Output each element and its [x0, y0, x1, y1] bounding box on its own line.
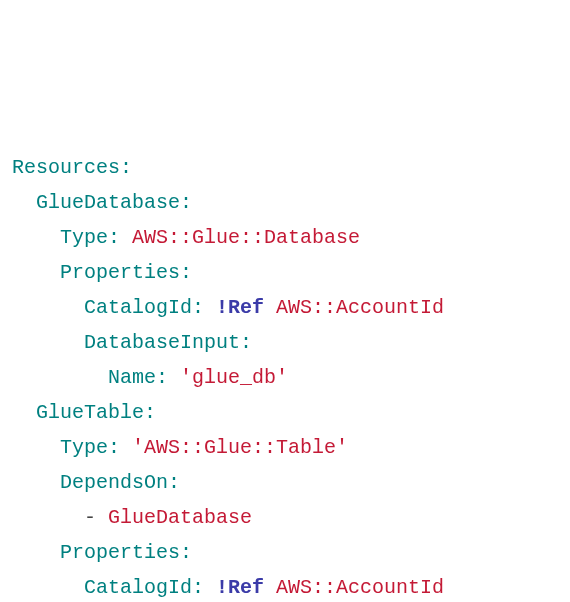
space: [264, 296, 276, 319]
yaml-value: AWS::Glue::Database: [132, 226, 360, 249]
code-line: DatabaseInput:: [12, 325, 558, 360]
indent: [12, 535, 60, 570]
yaml-value: AWS::AccountId: [276, 296, 444, 319]
code-block: Resources: GlueDatabase: Type: AWS::Glue…: [12, 150, 558, 602]
indent: [12, 360, 108, 395]
yaml-value: 'AWS::Glue::Table': [132, 436, 348, 459]
indent: [12, 395, 36, 430]
yaml-key: CatalogId: [84, 296, 192, 319]
yaml-colon: :: [156, 366, 180, 389]
yaml-key: Properties: [60, 541, 180, 564]
yaml-colon: :: [180, 191, 192, 214]
yaml-value: 'glue_db': [180, 366, 288, 389]
indent: [12, 220, 60, 255]
yaml-list-dash: -: [84, 506, 108, 529]
code-line: Properties:: [12, 535, 558, 570]
yaml-key: DatabaseInput: [84, 331, 240, 354]
space: [264, 576, 276, 599]
code-line: Type: AWS::Glue::Database: [12, 220, 558, 255]
code-line: GlueDatabase:: [12, 185, 558, 220]
yaml-value: AWS::AccountId: [276, 576, 444, 599]
yaml-key: Type: [60, 436, 108, 459]
yaml-ref-tag: !Ref: [216, 576, 264, 599]
indent: [12, 430, 60, 465]
indent: [12, 185, 36, 220]
code-line: CatalogId: !Ref AWS::AccountId: [12, 570, 558, 602]
yaml-colon: :: [120, 156, 132, 179]
yaml-key: GlueDatabase: [36, 191, 180, 214]
code-line: Resources:: [12, 150, 558, 185]
code-line: CatalogId: !Ref AWS::AccountId: [12, 290, 558, 325]
yaml-key: CatalogId: [84, 576, 192, 599]
code-line: DependsOn:: [12, 465, 558, 500]
yaml-key: GlueTable: [36, 401, 144, 424]
yaml-ref-tag: !Ref: [216, 296, 264, 319]
code-line: Name: 'glue_db': [12, 360, 558, 395]
yaml-key: Name: [108, 366, 156, 389]
code-line: GlueTable:: [12, 395, 558, 430]
yaml-colon: :: [168, 471, 180, 494]
yaml-colon: :: [192, 576, 216, 599]
yaml-colon: :: [180, 541, 192, 564]
yaml-colon: :: [192, 296, 216, 319]
code-line: Type: 'AWS::Glue::Table': [12, 430, 558, 465]
indent: [12, 255, 60, 290]
yaml-key: Properties: [60, 261, 180, 284]
yaml-colon: :: [240, 331, 252, 354]
yaml-colon: :: [108, 436, 132, 459]
indent: [12, 325, 84, 360]
yaml-key: Type: [60, 226, 108, 249]
code-line: - GlueDatabase: [12, 500, 558, 535]
indent: [12, 500, 84, 535]
indent: [12, 290, 84, 325]
indent: [12, 570, 84, 602]
yaml-colon: :: [108, 226, 132, 249]
yaml-key: DependsOn: [60, 471, 168, 494]
yaml-colon: :: [144, 401, 156, 424]
yaml-key: Resources: [12, 156, 120, 179]
yaml-value: GlueDatabase: [108, 506, 252, 529]
indent: [12, 465, 60, 500]
yaml-colon: :: [180, 261, 192, 284]
code-line: Properties:: [12, 255, 558, 290]
